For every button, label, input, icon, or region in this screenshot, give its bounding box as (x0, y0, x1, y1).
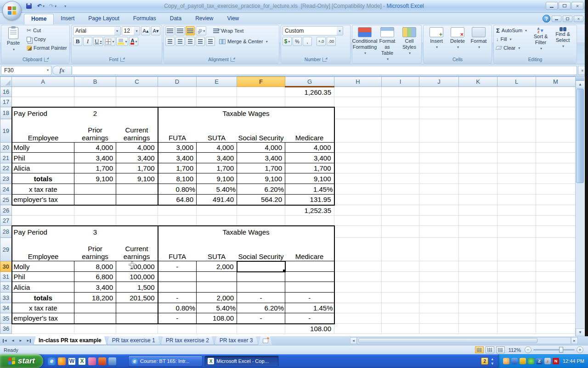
last-sheet-button[interactable]: ► (25, 337, 32, 344)
row-header-20[interactable]: 20 (0, 143, 12, 153)
decrease-decimal-button[interactable]: .00 (327, 37, 336, 46)
row-header-31[interactable]: 31 (0, 272, 12, 282)
cell-B29[interactable]: Prior earnings (74, 238, 116, 261)
cell-M24[interactable] (536, 184, 576, 195)
cell-D25[interactable]: 64.80 (158, 195, 197, 205)
cell-A27[interactable] (12, 216, 74, 226)
tab-home[interactable]: Home (24, 14, 54, 24)
column-header-J[interactable]: J (419, 77, 459, 87)
cell-D24[interactable]: 0.80% (158, 184, 197, 195)
cell-K21[interactable] (459, 153, 498, 163)
cell-F23[interactable]: 9,100 (237, 173, 285, 184)
cell-B34[interactable] (74, 303, 116, 313)
cell-G21[interactable]: 3,400 (285, 153, 334, 163)
column-header-H[interactable]: H (334, 77, 382, 87)
cell-L23[interactable] (498, 173, 536, 184)
fill-button[interactable]: ↓Fill▾ (495, 35, 528, 43)
cell-K27[interactable] (459, 216, 498, 226)
number-format-dropdown-icon[interactable]: ▾ (337, 27, 343, 35)
cell-G17[interactable] (285, 97, 334, 107)
row-header-21[interactable]: 21 (0, 153, 12, 163)
scroll-up-button[interactable]: ▲ (576, 80, 584, 88)
bold-button[interactable]: B (73, 37, 82, 46)
cell-C34[interactable] (116, 303, 158, 313)
cell-L33[interactable] (498, 293, 536, 303)
cell-E23[interactable]: 9,100 (197, 173, 237, 184)
cell-F25[interactable]: 564.20 (237, 195, 285, 205)
cell-I18[interactable] (382, 107, 419, 119)
cell-F26[interactable] (237, 205, 285, 216)
shrink-font-button[interactable]: A▾ (151, 26, 160, 35)
cell-J18[interactable] (419, 107, 459, 119)
cell-M34[interactable] (536, 303, 576, 313)
wrap-text-button[interactable]: Wrap Text (212, 26, 245, 35)
cell-I29[interactable] (382, 238, 419, 261)
tray-icon-3[interactable] (520, 358, 526, 364)
sheet-tab-pr-tax-exer-3[interactable]: PR tax exer 3 (215, 336, 258, 345)
cell-C33[interactable]: 201,500 (116, 293, 158, 303)
cell-M30[interactable] (536, 261, 576, 272)
cell-M32[interactable] (536, 282, 576, 293)
cell-K26[interactable] (459, 205, 498, 216)
cell-C28[interactable] (116, 226, 158, 238)
row-header-25[interactable]: 25 (0, 195, 12, 205)
font-size-combo[interactable]: 12▾ (122, 26, 140, 35)
column-header-F[interactable]: F (237, 77, 285, 87)
cell-J24[interactable] (419, 184, 459, 195)
cell-B26[interactable] (74, 205, 116, 216)
paste-button[interactable]: Paste▾ (3, 26, 24, 55)
cell-L24[interactable] (498, 184, 536, 195)
row-header-35[interactable]: 35 (0, 313, 12, 324)
outlook-icon[interactable] (98, 357, 106, 365)
cell-J30[interactable] (419, 261, 459, 272)
notification-chevron-icon[interactable]: ▴▾ (491, 356, 493, 366)
cell-G32[interactable] (285, 282, 334, 293)
word-icon[interactable]: W (68, 357, 76, 365)
cell-F36[interactable] (237, 324, 285, 334)
center-button[interactable] (175, 37, 185, 46)
find-select-button[interactable]: Find & Select▾ (553, 26, 573, 55)
cell-D27[interactable] (158, 216, 197, 226)
comma-style-button[interactable]: , (303, 37, 312, 46)
cell-D17[interactable] (158, 97, 197, 107)
cell-M36[interactable] (536, 324, 576, 334)
cell-H35[interactable] (334, 313, 382, 324)
column-header-B[interactable]: B (74, 77, 116, 87)
cell-A20[interactable]: Molly (12, 143, 74, 153)
tray-icon-4[interactable] (528, 358, 534, 364)
cell-L27[interactable] (498, 216, 536, 226)
delete-cells-button[interactable]: Delete▾ (448, 26, 467, 55)
cell-I32[interactable] (382, 282, 419, 293)
row-header-22[interactable]: 22 (0, 163, 12, 173)
cell-M28[interactable] (536, 226, 576, 238)
keys-icon[interactable] (88, 357, 96, 365)
cell-J20[interactable] (419, 143, 459, 153)
cell-D34[interactable]: 0.80% (158, 303, 197, 313)
cell-G27[interactable] (285, 216, 334, 226)
cell-B23[interactable]: 9,100 (74, 173, 116, 184)
row-header-33[interactable]: 33 (0, 293, 12, 303)
cell-E24[interactable]: 5.40% (197, 184, 237, 195)
cell-J17[interactable] (419, 97, 459, 107)
cell-I22[interactable] (382, 163, 419, 173)
formula-input[interactable] (73, 66, 577, 75)
cell-G29[interactable]: Medicare (285, 238, 334, 261)
cell-I35[interactable] (382, 313, 419, 324)
number-format-combo[interactable]: Custom▾ (283, 26, 343, 35)
cell-E32[interactable] (197, 282, 237, 293)
cell-A25[interactable]: employer's tax (12, 195, 74, 205)
cell-H18[interactable] (334, 107, 382, 119)
cell-F19[interactable]: Social Security (237, 119, 285, 143)
cell-L34[interactable] (498, 303, 536, 313)
cell-H21[interactable] (334, 153, 382, 163)
column-header-L[interactable]: L (498, 77, 536, 87)
cell-G24[interactable]: 1.45% (285, 184, 334, 195)
clear-button[interactable]: Clear▾ (495, 44, 528, 52)
cell-D23[interactable]: 8,100 (158, 173, 197, 184)
copy-button[interactable]: Copy (26, 35, 68, 43)
cell-C16[interactable] (116, 87, 158, 97)
cell-J35[interactable] (419, 313, 459, 324)
insert-worksheet-button[interactable] (259, 336, 272, 345)
cell-B32[interactable]: 3,400 (74, 282, 116, 293)
cell-D35[interactable]: - (158, 313, 197, 324)
